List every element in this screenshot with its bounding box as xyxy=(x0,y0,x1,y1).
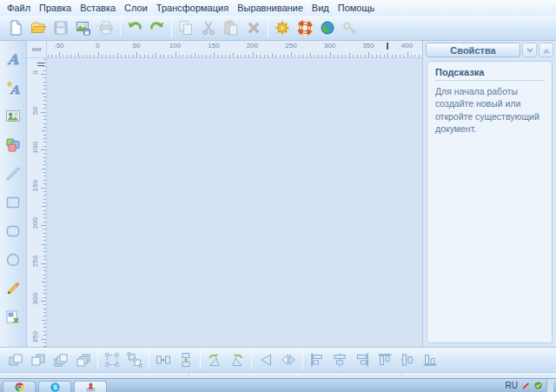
website-button[interactable] xyxy=(316,17,339,39)
menu-transform[interactable]: Трансформация xyxy=(152,2,233,14)
group-objects-button[interactable] xyxy=(101,349,123,371)
ruler-tick xyxy=(42,206,46,207)
cut-button[interactable] xyxy=(197,17,220,39)
panel-expand-button[interactable] xyxy=(539,43,553,57)
menu-view[interactable]: Вид xyxy=(308,2,334,14)
ruler-tick xyxy=(148,55,149,57)
send-backward-button[interactable] xyxy=(72,349,95,371)
menu-layers[interactable]: Слои xyxy=(120,2,152,14)
shapes-tool-icon xyxy=(4,136,22,154)
send-to-back-button[interactable] xyxy=(27,349,50,371)
ruler-tick xyxy=(256,55,257,57)
document-area: мм -50050100150200250300350400 050100150… xyxy=(27,41,422,347)
toolbar-separator xyxy=(200,350,201,369)
artistic-text-tool-button[interactable]: A xyxy=(3,77,23,98)
ruler-tick xyxy=(43,89,46,90)
menu-align[interactable]: Выравнивание xyxy=(233,2,308,14)
tray-red-icon[interactable] xyxy=(521,381,531,390)
rotate-right-button[interactable] xyxy=(226,349,248,371)
rotate-left-button[interactable] xyxy=(203,349,226,371)
license-key-button[interactable] xyxy=(339,17,361,39)
flip-vertical-button[interactable] xyxy=(277,349,300,371)
ruler-label: 0 xyxy=(96,42,99,50)
new-document-button[interactable] xyxy=(4,17,27,39)
ruler-tick xyxy=(41,263,46,264)
print-button[interactable] xyxy=(95,17,117,39)
rectangle-tool-icon xyxy=(4,194,22,211)
bring-forward-button[interactable] xyxy=(50,349,72,371)
pencil-tool-button[interactable] xyxy=(3,278,23,299)
align-top-button[interactable] xyxy=(374,349,396,371)
rectangle-tool-button[interactable] xyxy=(3,192,23,213)
ruler-tick xyxy=(109,55,110,57)
ruler-tick xyxy=(334,55,334,57)
show-desktop-button[interactable] xyxy=(546,379,553,392)
system-tray: RU xyxy=(506,379,556,392)
toolbar-separator xyxy=(268,18,268,37)
ruler-tick xyxy=(41,301,46,302)
ruler-tick xyxy=(113,55,114,57)
taskbar-stamp-app-button[interactable] xyxy=(74,381,107,392)
ruler-tick xyxy=(43,96,46,97)
image-tool-button[interactable] xyxy=(3,106,23,127)
print-icon xyxy=(97,19,115,37)
menu-insert[interactable]: Вставка xyxy=(76,2,120,14)
save-document-button[interactable] xyxy=(50,17,72,39)
export-image-button[interactable] xyxy=(72,17,95,39)
distribute-vertical-button[interactable] xyxy=(175,349,197,371)
barcode-tool-button[interactable] xyxy=(3,307,23,328)
line-tool-button[interactable] xyxy=(3,163,23,184)
language-indicator[interactable]: RU xyxy=(506,381,518,390)
distribute-horizontal-button[interactable] xyxy=(152,349,175,371)
ruler-tick xyxy=(395,55,396,57)
taskbar-chrome-button[interactable] xyxy=(3,381,36,392)
properties-title-button[interactable]: Свойства xyxy=(426,43,520,57)
rounded-rectangle-tool-button[interactable] xyxy=(3,221,23,242)
menu-edit[interactable]: Правка xyxy=(35,2,76,14)
paste-button[interactable] xyxy=(220,17,242,39)
panel-collapse-button[interactable] xyxy=(522,43,537,57)
text-tool-button[interactable]: A xyxy=(3,49,23,70)
rounded-rect-tool-icon xyxy=(4,223,22,240)
ruler-tick xyxy=(43,327,46,328)
license-key-icon xyxy=(341,19,359,37)
ruler-tick xyxy=(43,342,46,343)
align-bottom-button[interactable] xyxy=(419,349,441,371)
distribute-vertical-icon xyxy=(177,351,195,369)
canvas[interactable] xyxy=(47,58,422,347)
ruler-tick xyxy=(295,55,295,57)
bring-to-front-button[interactable] xyxy=(4,349,27,371)
delete-button[interactable] xyxy=(242,17,265,39)
ruler-tick xyxy=(43,119,46,120)
redo-button[interactable] xyxy=(146,17,169,39)
copy-button[interactable] xyxy=(175,17,197,39)
help-button[interactable] xyxy=(294,17,316,39)
ruler-tick xyxy=(42,282,46,282)
flip-horizontal-button[interactable] xyxy=(255,349,277,371)
settings-button[interactable] xyxy=(271,17,294,39)
tray-green-icon[interactable] xyxy=(533,381,543,390)
taskbar-skype-button[interactable]: S xyxy=(38,381,71,392)
save-floppy-icon xyxy=(52,19,70,37)
align-middle-vertical-button[interactable] xyxy=(396,349,419,371)
ruler-tick xyxy=(407,52,408,57)
ruler-label: 50 xyxy=(31,105,39,116)
align-right-button[interactable] xyxy=(351,349,374,371)
ruler-tick xyxy=(268,55,268,57)
align-right-icon xyxy=(354,351,371,369)
menu-help[interactable]: Помощь xyxy=(334,2,380,14)
undo-button[interactable] xyxy=(123,17,146,39)
ruler-tick xyxy=(43,217,46,218)
ungroup-objects-button[interactable] xyxy=(123,349,146,371)
ellipse-tool-button[interactable] xyxy=(3,249,23,270)
menu-file[interactable]: Файл xyxy=(3,2,35,14)
open-document-button[interactable] xyxy=(27,17,50,39)
shapes-tool-button[interactable] xyxy=(3,135,23,156)
align-left-button[interactable] xyxy=(306,349,328,371)
align-center-horizontal-button[interactable] xyxy=(328,349,351,371)
ruler-tick xyxy=(43,346,46,347)
undo-arrow-icon xyxy=(126,19,143,37)
ruler-label: -50 xyxy=(54,42,64,50)
toolbar-separator xyxy=(120,18,121,37)
status-section xyxy=(402,373,556,378)
